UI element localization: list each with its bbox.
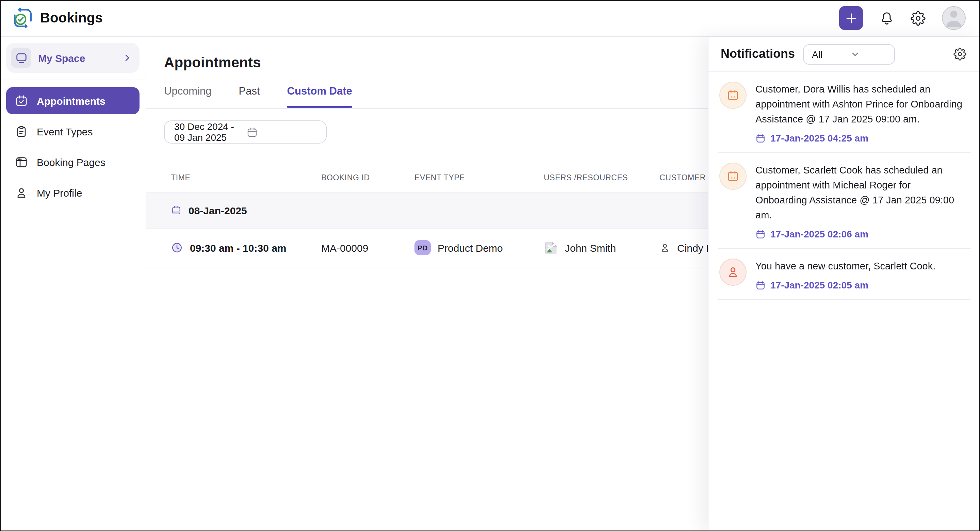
booking-id: MA-00009 <box>321 242 414 253</box>
monitor-icon <box>11 48 31 68</box>
chevron-down-icon <box>850 49 888 59</box>
group-date-label: 08-Jan-2025 <box>189 204 247 216</box>
topbar: Bookings <box>0 0 980 37</box>
clipboard-icon <box>15 125 28 138</box>
column-header-booking-id: BOOKING ID <box>321 173 414 181</box>
sidebar-nav: Appointments Event Types <box>6 87 140 206</box>
appointment-time: 09:30 am - 10:30 am <box>190 242 286 253</box>
tab-past[interactable]: Past <box>239 85 260 108</box>
notifications-list: Customer, Dora Willis has scheduled an a… <box>708 72 980 300</box>
add-button[interactable] <box>839 6 863 30</box>
notifications-header: Notifications All <box>708 37 980 72</box>
chevron-right-icon <box>122 52 133 63</box>
sidebar-item-my-profile[interactable]: My Profile <box>6 179 140 206</box>
notification-text: Customer, Scarlett Cook has scheduled an… <box>756 162 964 223</box>
clock-icon <box>171 242 183 254</box>
user-avatar[interactable] <box>942 6 966 30</box>
plus-icon <box>843 11 859 25</box>
notification-timestamp[interactable]: 17-Jan-2025 04:25 am <box>756 133 964 143</box>
notifications-title: Notifications <box>721 47 795 61</box>
notification-timestamp[interactable]: 17-Jan-2025 02:05 am <box>756 280 935 291</box>
brand: Bookings <box>12 8 103 29</box>
calendar-icon <box>756 133 765 143</box>
notifications-settings-gear-icon[interactable] <box>953 48 966 60</box>
calendar-icon <box>171 205 182 216</box>
column-header-users-resources: USERS /RESOURCES <box>544 173 659 181</box>
calendar-icon <box>246 126 318 138</box>
person-icon <box>15 186 28 199</box>
my-space-label: My Space <box>38 52 115 64</box>
topbar-actions <box>839 6 966 30</box>
calendar-icon <box>719 82 746 109</box>
sidebar-item-appointments[interactable]: Appointments <box>6 87 140 114</box>
date-range-picker[interactable]: 30 Dec 2024 - 09 Jan 2025 <box>164 121 327 143</box>
calendar-icon <box>719 162 746 190</box>
app-title: Bookings <box>40 10 103 26</box>
new-customer-person-icon <box>719 259 746 286</box>
sidebar-item-event-types[interactable]: Event Types <box>6 118 140 145</box>
sidebar-item-my-space[interactable]: My Space <box>6 43 140 73</box>
date-range-value: 30 Dec 2024 - 09 Jan 2025 <box>174 121 246 143</box>
person-icon <box>659 242 670 253</box>
sidebar-divider <box>0 79 146 80</box>
event-type-badge: PD <box>414 240 431 255</box>
calendar-icon <box>756 229 765 239</box>
tab-custom-date[interactable]: Custom Date <box>287 85 352 108</box>
notification-timestamp[interactable]: 17-Jan-2025 02:06 am <box>756 229 964 240</box>
broken-avatar-image <box>544 240 558 255</box>
column-header-time: TIME <box>171 173 321 181</box>
bookings-logo-icon <box>12 8 33 29</box>
notification-text: You have a new customer, Scarlett Cook. <box>756 259 935 273</box>
notification-text: Customer, Dora Willis has scheduled an a… <box>756 82 964 127</box>
sidebar-item-label: Event Types <box>37 126 93 137</box>
column-header-event-type: EVENT TYPE <box>414 173 544 181</box>
notifications-filter-value: All <box>812 49 850 60</box>
sidebar-item-booking-pages[interactable]: Booking Pages <box>6 148 140 175</box>
layout-icon <box>15 156 28 169</box>
notifications-filter-dropdown[interactable]: All <box>803 44 895 64</box>
tab-upcoming[interactable]: Upcoming <box>164 85 212 108</box>
sidebar-item-label: Booking Pages <box>37 156 105 168</box>
calendar-check-icon <box>15 94 28 107</box>
notification-item[interactable]: You have a new customer, Scarlett Cook. … <box>708 249 980 299</box>
notifications-panel: Notifications All <box>708 37 980 531</box>
event-type-label: Product Demo <box>438 242 503 253</box>
calendar-icon <box>756 280 765 290</box>
user-resource-name: John Smith <box>565 242 616 253</box>
app-window: Bookings <box>0 0 980 531</box>
sidebar-item-label: Appointments <box>37 95 105 107</box>
settings-gear-icon[interactable] <box>911 11 926 25</box>
notification-item[interactable]: Customer, Scarlett Cook has scheduled an… <box>708 153 980 248</box>
bell-icon[interactable] <box>879 11 894 25</box>
sidebar-item-label: My Profile <box>37 187 82 198</box>
sidebar: My Space Appo <box>0 37 146 531</box>
notification-item[interactable]: Customer, Dora Willis has scheduled an a… <box>708 72 980 153</box>
divider <box>718 299 970 300</box>
